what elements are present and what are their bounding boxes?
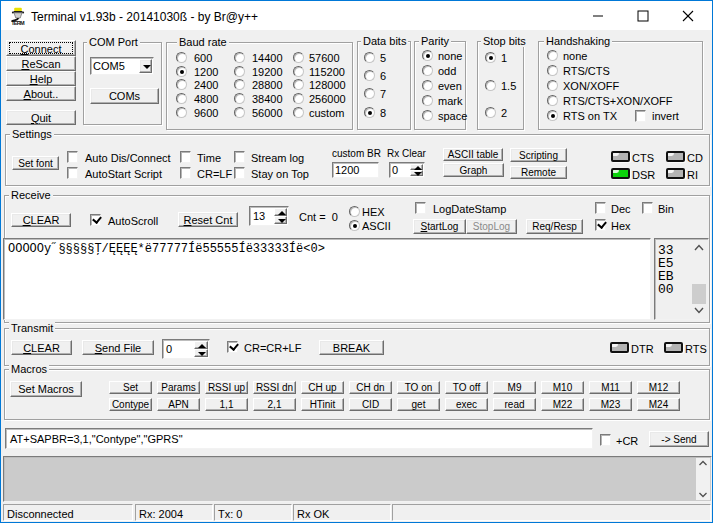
svg-text:TERM: TERM: [11, 20, 25, 25]
